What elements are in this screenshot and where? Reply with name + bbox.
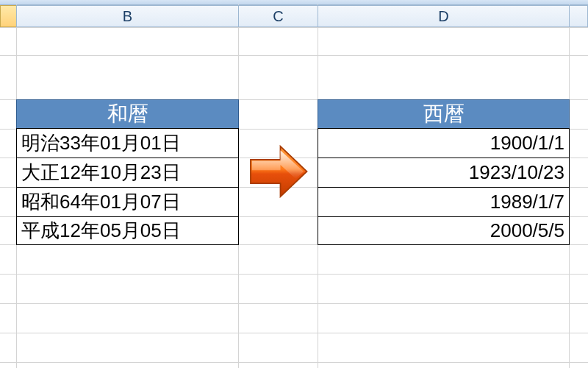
wareki-header-cell[interactable]: 和暦 [16, 99, 239, 129]
window-titlebar-strip [0, 0, 588, 5]
wareki-row-4[interactable]: 平成12年05月05日 [16, 216, 239, 245]
seireki-row-2[interactable]: 1923/10/23 [318, 158, 570, 188]
column-header-D[interactable]: D [318, 5, 570, 27]
seireki-row-3[interactable]: 1989/1/7 [318, 187, 570, 217]
wareki-row-3[interactable]: 昭和64年01月07日 [16, 187, 239, 217]
column-header-C[interactable]: C [238, 5, 318, 27]
seireki-header-cell[interactable]: 西暦 [318, 99, 570, 129]
wareki-row-2[interactable]: 大正12年10月23日 [16, 158, 239, 188]
column-header-E[interactable] [569, 5, 588, 27]
seireki-row-1[interactable]: 1900/1/1 [318, 128, 570, 158]
column-header-A[interactable] [0, 5, 17, 27]
wareki-row-1[interactable]: 明治33年01月01日 [16, 128, 239, 158]
seireki-row-4[interactable]: 2000/5/5 [318, 216, 570, 245]
column-header-B[interactable]: B [16, 5, 239, 27]
arrow-right-icon [244, 138, 310, 205]
spreadsheet-area[interactable]: B C D 和暦 明治33年01月01日 大正12年10月23日 昭和64年01… [0, 0, 588, 368]
